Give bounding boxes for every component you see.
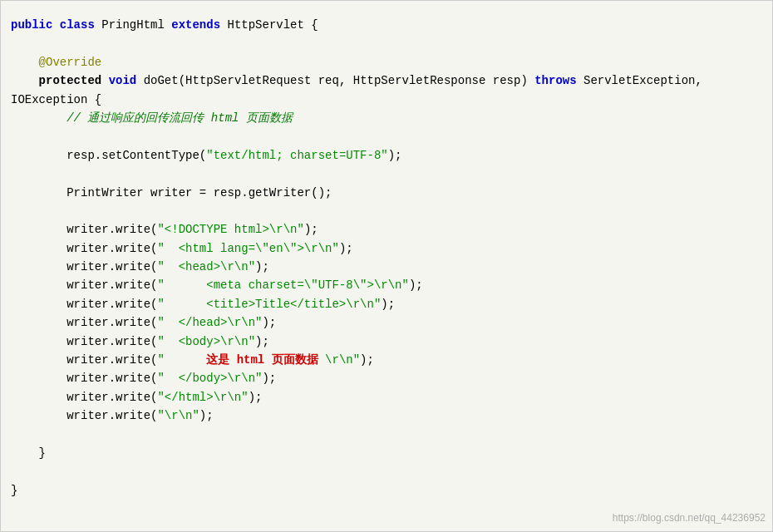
code-line-4: protected void doGet(HttpServletRequest … <box>11 71 762 90</box>
code-line-18: writer.write(" <body>\r\n"); <box>11 332 762 351</box>
code-line-3: @Override <box>11 53 762 71</box>
watermark: https://blog.csdn.net/qq_44236952 <box>613 510 766 526</box>
code-line-9 <box>11 165 762 183</box>
code-line-16: writer.write(" <title>Title</title>\r\n"… <box>11 295 762 313</box>
code-line-26: } <box>11 481 762 500</box>
code-line-1: public class PringHtml extends HttpServl… <box>11 16 762 34</box>
code-line-22: writer.write("\r\n"); <box>11 406 762 425</box>
code-line-8: resp.setContentType("text/html; charset=… <box>11 146 762 165</box>
code-line-24: } <box>11 444 762 462</box>
code-line-23 <box>11 426 762 444</box>
code-line-11 <box>11 202 762 220</box>
code-line-10: PrintWriter writer = resp.getWriter(); <box>11 184 762 202</box>
code-line-7 <box>11 127 762 145</box>
code-content: public class PringHtml extends HttpServl… <box>1 9 772 506</box>
code-line-19: writer.write(" 这是 html 页面数据 \r\n"); <box>11 351 762 369</box>
code-line-2 <box>11 34 762 52</box>
code-line-20: writer.write(" </body>\r\n"); <box>11 369 762 387</box>
code-line-21: writer.write("</html>\r\n"); <box>11 388 762 406</box>
code-line-6: // 通过响应的回传流回传 html 页面数据 <box>11 109 762 127</box>
code-line-17: writer.write(" </head>\r\n"); <box>11 313 762 332</box>
code-line-14: writer.write(" <head>\r\n"); <box>11 258 762 276</box>
code-line-15: writer.write(" <meta charset=\"UTF-8\">\… <box>11 276 762 294</box>
code-line-13: writer.write(" <html lang=\"en\">\r\n"); <box>11 239 762 258</box>
code-line-5: IOException { <box>11 91 762 109</box>
code-line-25 <box>11 462 762 480</box>
code-line-12: writer.write("<!DOCTYPE html>\r\n"); <box>11 220 762 239</box>
code-window: public class PringHtml extends HttpServl… <box>0 0 773 532</box>
